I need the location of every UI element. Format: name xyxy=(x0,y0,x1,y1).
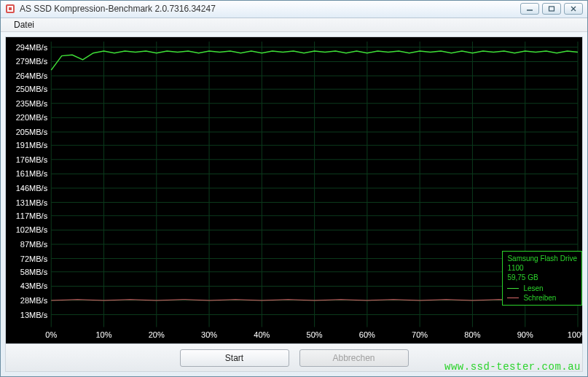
legend-write-label: Schreiben xyxy=(523,293,556,303)
svg-text:90%: 90% xyxy=(517,330,533,339)
svg-text:161MB/s: 161MB/s xyxy=(16,170,48,179)
legend-capacity: 59,75 GB xyxy=(507,273,577,282)
maximize-icon xyxy=(548,6,555,12)
svg-text:20%: 20% xyxy=(149,330,165,339)
window-title: AS SSD Kompression-Benchmark 2.0.7316.34… xyxy=(20,4,520,14)
watermark-text: www.ssd-tester.com.au xyxy=(444,361,581,373)
app-window: AS SSD Kompression-Benchmark 2.0.7316.34… xyxy=(0,0,588,377)
svg-text:131MB/s: 131MB/s xyxy=(16,198,48,207)
svg-text:117MB/s: 117MB/s xyxy=(16,211,48,220)
svg-rect-2 xyxy=(9,7,12,10)
minimize-icon xyxy=(526,6,533,12)
svg-text:28MB/s: 28MB/s xyxy=(20,296,48,305)
close-button[interactable] xyxy=(564,3,583,15)
svg-text:279MB/s: 279MB/s xyxy=(16,58,48,66)
svg-text:176MB/s: 176MB/s xyxy=(16,155,48,164)
svg-text:146MB/s: 146MB/s xyxy=(16,184,48,193)
svg-rect-4 xyxy=(549,7,554,11)
maximize-button[interactable] xyxy=(542,3,561,15)
svg-text:102MB/s: 102MB/s xyxy=(16,226,48,235)
svg-text:87MB/s: 87MB/s xyxy=(20,240,48,249)
svg-text:58MB/s: 58MB/s xyxy=(20,268,48,276)
legend-revision: 1100 xyxy=(507,263,577,273)
svg-text:70%: 70% xyxy=(412,330,428,339)
svg-text:205MB/s: 205MB/s xyxy=(16,128,48,136)
svg-text:264MB/s: 264MB/s xyxy=(16,71,48,80)
content-panel: 13MB/s28MB/s43MB/s58MB/s72MB/s87MB/s102M… xyxy=(5,36,583,372)
svg-text:10%: 10% xyxy=(95,330,111,339)
svg-text:0%: 0% xyxy=(45,330,57,339)
svg-text:220MB/s: 220MB/s xyxy=(16,114,48,123)
close-icon xyxy=(570,6,577,12)
legend-write-row: Schreiben xyxy=(507,293,577,303)
chart-svg: 13MB/s28MB/s43MB/s58MB/s72MB/s87MB/s102M… xyxy=(6,37,582,343)
svg-text:13MB/s: 13MB/s xyxy=(20,311,48,319)
abort-button: Abbrechen xyxy=(299,349,409,367)
svg-text:30%: 30% xyxy=(201,330,217,339)
app-icon xyxy=(5,4,15,14)
minimize-button[interactable] xyxy=(520,3,539,15)
svg-text:80%: 80% xyxy=(464,330,480,339)
svg-text:250MB/s: 250MB/s xyxy=(16,85,48,94)
chart-area: 13MB/s28MB/s43MB/s58MB/s72MB/s87MB/s102M… xyxy=(6,37,582,343)
titlebar[interactable]: AS SSD Kompression-Benchmark 2.0.7316.34… xyxy=(1,1,587,18)
svg-text:72MB/s: 72MB/s xyxy=(20,254,48,263)
svg-text:60%: 60% xyxy=(359,330,375,339)
legend-box: Samsung Flash Drive 1100 59,75 GB Lesen … xyxy=(502,251,582,306)
menubar: Datei xyxy=(1,18,587,33)
svg-text:100%: 100% xyxy=(568,330,582,339)
menu-datei[interactable]: Datei xyxy=(8,18,40,31)
legend-read-label: Lesen xyxy=(523,284,543,293)
svg-text:235MB/s: 235MB/s xyxy=(16,99,48,108)
legend-read-swatch xyxy=(507,288,519,289)
svg-text:40%: 40% xyxy=(254,330,270,339)
legend-device: Samsung Flash Drive xyxy=(507,254,577,263)
svg-text:294MB/s: 294MB/s xyxy=(16,43,48,52)
svg-text:191MB/s: 191MB/s xyxy=(16,141,48,150)
svg-text:50%: 50% xyxy=(307,330,323,339)
legend-write-swatch xyxy=(507,298,519,298)
window-controls xyxy=(520,3,583,15)
legend-read-row: Lesen xyxy=(507,284,577,293)
start-button[interactable]: Start xyxy=(180,349,289,367)
svg-text:43MB/s: 43MB/s xyxy=(20,282,48,291)
